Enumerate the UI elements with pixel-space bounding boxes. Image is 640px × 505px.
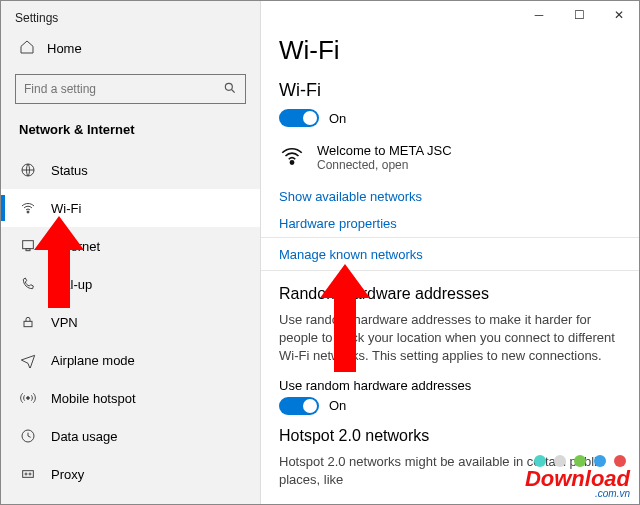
random-toggle-label: On <box>329 398 346 413</box>
sidebar-item-wifi[interactable]: Wi-Fi <box>1 189 260 227</box>
nav-label: Dial-up <box>51 277 92 292</box>
nav-label: VPN <box>51 315 78 330</box>
network-status: Connected, open <box>317 158 452 172</box>
svg-point-12 <box>290 161 293 164</box>
svg-point-10 <box>25 473 27 475</box>
hotspot-heading: Hotspot 2.0 networks <box>279 427 621 445</box>
search-icon <box>223 81 237 98</box>
page-title: Wi-Fi <box>279 35 621 66</box>
home-icon <box>19 39 35 58</box>
dialup-icon <box>19 275 37 293</box>
wifi-section-title: Wi-Fi <box>279 80 621 101</box>
svg-point-11 <box>29 473 31 475</box>
sidebar-item-hotspot[interactable]: Mobile hotspot <box>1 379 260 417</box>
sidebar: Settings Home Network & Internet Status … <box>1 1 261 504</box>
watermark: Download .com.vn <box>525 466 630 499</box>
wifi-toggle-label: On <box>329 111 346 126</box>
sidebar-item-dialup[interactable]: Dial-up <box>1 265 260 303</box>
nav-label: Proxy <box>51 467 84 482</box>
nav-label: Ethernet <box>51 239 100 254</box>
sidebar-category: Network & Internet <box>1 116 260 151</box>
sidebar-home-label: Home <box>47 41 82 56</box>
search-input-wrap[interactable] <box>15 74 246 104</box>
random-heading: Random hardware addresses <box>279 285 621 303</box>
wifi-toggle[interactable] <box>279 109 319 127</box>
wifi-connected-icon <box>279 143 307 173</box>
link-hardware-properties[interactable]: Hardware properties <box>279 210 621 237</box>
main-content: ─ ☐ ✕ Wi-Fi Wi-Fi On Welcome to META JSC… <box>261 1 639 504</box>
svg-point-0 <box>225 83 232 90</box>
globe-icon <box>19 161 37 179</box>
random-toggle[interactable] <box>279 397 319 415</box>
wifi-icon <box>19 199 37 217</box>
svg-line-1 <box>232 89 235 92</box>
window-title: Settings <box>1 1 260 31</box>
maximize-button[interactable]: ☐ <box>559 1 599 29</box>
vpn-icon <box>19 313 37 331</box>
connected-network[interactable]: Welcome to META JSC Connected, open <box>279 139 621 183</box>
nav-label: Data usage <box>51 429 118 444</box>
link-manage-networks[interactable]: Manage known networks <box>279 247 423 262</box>
sidebar-item-status[interactable]: Status <box>1 151 260 189</box>
link-show-networks[interactable]: Show available networks <box>279 183 621 210</box>
proxy-icon <box>19 465 37 483</box>
svg-rect-5 <box>26 249 30 251</box>
sidebar-item-airplane[interactable]: Airplane mode <box>1 341 260 379</box>
nav-label: Airplane mode <box>51 353 135 368</box>
sidebar-home[interactable]: Home <box>1 31 260 66</box>
window-controls: ─ ☐ ✕ <box>519 1 639 29</box>
sidebar-item-data[interactable]: Data usage <box>1 417 260 455</box>
minimize-button[interactable]: ─ <box>519 1 559 29</box>
nav-label: Mobile hotspot <box>51 391 136 406</box>
hotspot-icon <box>19 389 37 407</box>
svg-rect-9 <box>23 471 34 478</box>
close-button[interactable]: ✕ <box>599 1 639 29</box>
svg-point-3 <box>27 211 29 213</box>
sidebar-item-ethernet[interactable]: Ethernet <box>1 227 260 265</box>
svg-point-7 <box>27 397 30 400</box>
random-label: Use random hardware addresses <box>279 378 621 393</box>
nav-label: Status <box>51 163 88 178</box>
random-body: Use random hardware addresses to make it… <box>279 311 621 366</box>
svg-rect-4 <box>23 241 34 249</box>
search-input[interactable] <box>24 82 223 96</box>
network-name: Welcome to META JSC <box>317 143 452 158</box>
airplane-icon <box>19 351 37 369</box>
svg-rect-6 <box>24 321 32 326</box>
ethernet-icon <box>19 237 37 255</box>
sidebar-item-vpn[interactable]: VPN <box>1 303 260 341</box>
nav-label: Wi-Fi <box>51 201 81 216</box>
sidebar-item-proxy[interactable]: Proxy <box>1 455 260 493</box>
wm-a: Down <box>525 466 585 491</box>
data-icon <box>19 427 37 445</box>
